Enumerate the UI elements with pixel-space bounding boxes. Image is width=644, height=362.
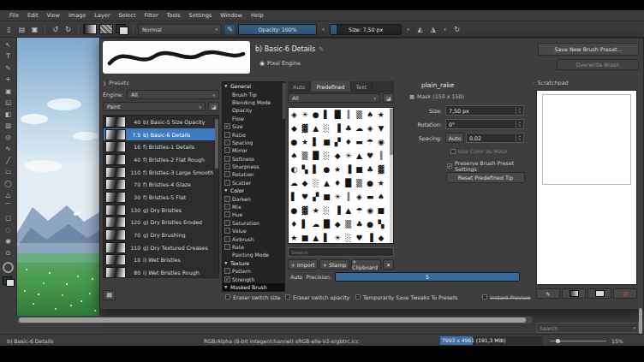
preset-item-f-bristles-1-details[interactable]: 16f) Bristles-1 Details [104, 140, 218, 153]
brush-tip-thumbnail[interactable]: ◈ [365, 122, 376, 135]
tip-search-input[interactable] [288, 247, 394, 257]
spin-arrows-icon[interactable]: ▴▾ [516, 134, 523, 141]
stamp-tip-button[interactable]: + Stamp [319, 259, 349, 270]
brush-option-spacing[interactable]: Spacing [223, 139, 284, 146]
gradient-swatch[interactable] [83, 24, 97, 34]
brush-option-general[interactable]: ▼General [223, 82, 284, 90]
tip-spacing-spinbox[interactable]: 0,02 ▴▾ [466, 133, 524, 143]
brush-tip-thumbnail[interactable]: ★ [300, 135, 311, 149]
brush-option-darken[interactable]: Darken [223, 194, 284, 202]
tag-tool-button[interactable]: ◪ [208, 102, 219, 111]
brush-tip-thumbnail[interactable]: ▓ [376, 163, 387, 176]
brush-tip-thumbnail[interactable]: ★ [310, 204, 321, 217]
option-checkbox[interactable] [224, 268, 230, 274]
brush-option-masked-brush[interactable]: ▼Masked Brush [223, 283, 284, 291]
open-document-icon[interactable]: ▤ [16, 24, 27, 35]
brush-tip-thumbnail[interactable]: █ [321, 217, 332, 231]
storage-resources-button[interactable]: ▤ [103, 290, 116, 300]
instant-preview-checkbox[interactable]: Instant Preview [482, 292, 531, 302]
brush-tip-thumbnail[interactable]: ▞ [310, 190, 321, 204]
preset-item-g-dry-textured-creases[interactable]: 110g) Dry Textured Creases [104, 241, 218, 254]
brush-tip-thumbnail[interactable]: ♣ [365, 163, 376, 176]
brush-tip-thumbnail[interactable]: ▬ [365, 190, 376, 204]
spin-arrows-icon[interactable]: ▴▾ [516, 121, 523, 128]
brush-tip-thumbnail[interactable]: ▌ [310, 135, 321, 149]
brush-tip-thumbnail[interactable]: ◉ [365, 204, 376, 217]
mirror-vertical-icon[interactable]: ◮ [427, 24, 438, 35]
brush-option-color[interactable]: ▼Color [223, 187, 284, 194]
brush-tip-thumbnail[interactable]: ★ [376, 176, 387, 190]
tab-text[interactable]: Text [351, 81, 373, 92]
brush-tip-thumbnail[interactable]: ♦ [289, 217, 300, 231]
spin-arrows-icon[interactable]: ▴▾ [516, 107, 523, 114]
brush-tip-thumbnail[interactable]: ░ [310, 176, 321, 190]
option-checkbox[interactable] [224, 220, 230, 226]
brush-option-strength[interactable]: ✓Strength [223, 275, 284, 282]
preset-item-g-dry-brushing[interactable]: 70g) Dry Brushing [104, 228, 218, 241]
brush-tip-thumbnail[interactable]: ■ [376, 204, 387, 217]
brush-option-texture[interactable]: ▼Texture [223, 259, 284, 267]
brush-editor-toggle[interactable]: ✎ [224, 24, 236, 35]
scratchpad-canvas[interactable] [536, 90, 637, 285]
brush-tip-thumbnail[interactable]: ■ [300, 231, 311, 244]
brush-tip-thumbnail[interactable]: ☂ [354, 204, 365, 217]
brush-tip-thumbnail[interactable]: ▒ [354, 108, 365, 122]
save-tweaks-checkbox[interactable]: Temporarily Save Tweaks To Presets [355, 292, 458, 302]
menu-item-tools[interactable]: Tools [163, 10, 185, 21]
brush-tip-thumbnail[interactable]: ☁ [310, 217, 321, 231]
brush-tip-thumbnail[interactable]: ■ [321, 135, 332, 149]
brush-tip-thumbnail[interactable]: ◆ [300, 176, 311, 190]
brush-option-ratio[interactable]: Ratio [223, 130, 284, 138]
brush-tip-thumbnail[interactable]: ▓ [300, 204, 311, 217]
option-checkbox[interactable] [224, 196, 230, 202]
brush-tip-thumbnail[interactable]: ░ [321, 122, 332, 135]
zoom-slider[interactable] [550, 335, 606, 347]
brush-tip-thumbnail[interactable]: ☀ [332, 190, 343, 204]
brush-option-softness[interactable]: Softness [223, 155, 284, 163]
canvas[interactable] [17, 38, 99, 316]
brush-tip-thumbnail[interactable]: ☀ [332, 231, 343, 244]
import-tip-button[interactable]: + Import [288, 259, 318, 270]
preset-item-i-wet-bristles[interactable]: 10i) Wet Bristles [104, 254, 218, 267]
brush-tip-thumbnail[interactable]: ░ [321, 149, 332, 163]
option-checkbox[interactable] [224, 139, 230, 145]
brush-tip-thumbnail[interactable]: ▚ [300, 163, 311, 176]
move-tool[interactable]: + [2, 74, 15, 86]
new-document-icon[interactable]: ▯ [3, 24, 15, 35]
redo-icon[interactable]: ↻ [63, 24, 74, 35]
crop-tool[interactable]: ▣ [2, 86, 15, 97]
preset-item-i-wet-bristles-rough[interactable]: 80i) Wet Bristles Rough [104, 266, 218, 278]
preset-item-g-dry-bristles-eroded[interactable]: 120g) Dry Bristles Eroded [104, 217, 218, 229]
brush-option-mix[interactable]: Mix [223, 203, 284, 211]
brush-tip-thumbnail[interactable]: ▒ [354, 176, 365, 190]
brush-tip-thumbnail[interactable]: ▒ [300, 149, 311, 163]
brush-tip-thumbnail[interactable]: ▲ [354, 149, 365, 163]
opacity-options-button[interactable]: ▾ [319, 24, 327, 35]
brush-tip-thumbnail[interactable]: ║ [343, 190, 354, 204]
ellipse-tool[interactable]: ◯ [2, 178, 15, 189]
text-tool[interactable]: T [2, 51, 15, 62]
brush-tip-thumbnail[interactable]: █ [310, 149, 321, 163]
brush-tip-thumbnail[interactable]: ░ [343, 231, 354, 244]
spacing-auto-button[interactable]: Auto [445, 133, 464, 143]
brush-tip-thumbnail[interactable]: ● [321, 163, 332, 176]
option-checkbox[interactable]: ✓ [224, 276, 230, 282]
precision-auto-label[interactable]: Auto [290, 274, 302, 280]
delete-tip-button[interactable]: ✕ [383, 259, 394, 270]
eraser-switch-size-checkbox[interactable]: Eraser switch size [225, 292, 281, 302]
brush-tip-thumbnail[interactable]: ▐ [332, 204, 343, 217]
brush-tip-thumbnail[interactable]: ♦ [332, 176, 343, 190]
option-checkbox[interactable] [224, 211, 230, 217]
option-checkbox[interactable] [224, 147, 230, 153]
menu-item-select[interactable]: Select [114, 10, 140, 21]
zoom-tool[interactable]: ⊙ [2, 247, 15, 258]
wraparound-mode-button[interactable]: ↻ [451, 24, 462, 35]
reset-predefined-tip-button[interactable]: Reset Predefined Tip [446, 172, 525, 183]
overwrite-brush-button[interactable]: Overwrite Brush [557, 59, 639, 70]
brush-tip-thumbnail[interactable]: ★ [289, 231, 300, 244]
tip-rotation-spinbox[interactable]: 0° ▴▾ [445, 119, 524, 129]
menu-item-help[interactable]: Help [247, 10, 268, 21]
brush-tip-thumbnail[interactable]: ▐ [343, 163, 354, 176]
brush-tip-thumbnail[interactable]: ▞ [332, 135, 343, 149]
brush-tip-thumbnail[interactable]: ♣ [354, 217, 365, 231]
